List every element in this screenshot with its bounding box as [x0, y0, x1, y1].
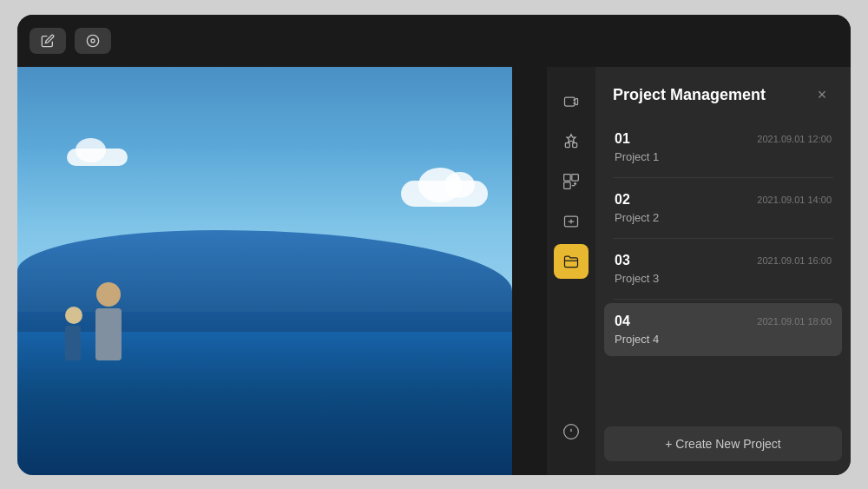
svg-rect-4 [564, 174, 571, 181]
project-item-1[interactable]: 01 2021.09.01 12:00 Project 1 [604, 121, 842, 174]
close-button[interactable]: × [811, 84, 833, 107]
project-number-1: 01 [615, 131, 630, 147]
project-date-4: 2021.09.01 18:00 [757, 316, 832, 327]
svg-rect-5 [572, 174, 579, 181]
project-item-2[interactable]: 02 2021.09.01 14:00 Project 2 [604, 182, 842, 235]
project-name-3: Project 3 [615, 272, 832, 285]
edit-button[interactable] [30, 28, 66, 54]
projects-icon[interactable] [554, 244, 589, 279]
project-name-1: Project 1 [615, 150, 832, 163]
info-icon[interactable] [554, 414, 589, 449]
main-area: Project Management × 01 2021.09.01 12:00… [17, 67, 851, 475]
effects-icon[interactable] [554, 164, 589, 199]
svg-point-0 [87, 35, 98, 46]
project-list: 01 2021.09.01 12:00 Project 1 02 2021.09… [595, 121, 851, 418]
project-name-2: Project 2 [615, 211, 832, 224]
logo-icon[interactable] [554, 204, 589, 239]
create-new-project-button[interactable]: + Create New Project [604, 426, 842, 461]
project-date-3: 2021.09.01 16:00 [757, 255, 832, 266]
panel-title: Project Management [613, 86, 766, 104]
photo-background [17, 67, 512, 475]
svg-point-1 [91, 39, 95, 43]
project-item-3[interactable]: 03 2021.09.01 16:00 Project 3 [604, 242, 842, 295]
top-bar [17, 15, 851, 67]
photo-figures [61, 187, 234, 360]
project-item-4[interactable]: 04 2021.09.01 18:00 Project 4 [604, 303, 842, 356]
plugins-icon[interactable] [554, 124, 589, 159]
icon-sidebar [547, 67, 595, 475]
camera-icon[interactable] [554, 84, 589, 119]
device-frame: Project Management × 01 2021.09.01 12:00… [17, 15, 851, 475]
project-date-2: 2021.09.01 14:00 [757, 195, 832, 205]
panel-header: Project Management × [595, 67, 851, 121]
preview-button[interactable] [75, 28, 111, 54]
project-name-4: Project 4 [615, 333, 832, 346]
project-panel: Project Management × 01 2021.09.01 12:00… [595, 67, 851, 475]
project-number-4: 04 [615, 314, 630, 329]
svg-rect-3 [573, 142, 577, 147]
project-number-2: 02 [615, 192, 630, 208]
project-date-1: 2021.09.01 12:00 [757, 134, 832, 144]
svg-rect-6 [564, 182, 571, 188]
svg-rect-2 [565, 142, 569, 147]
project-number-3: 03 [615, 253, 630, 268]
